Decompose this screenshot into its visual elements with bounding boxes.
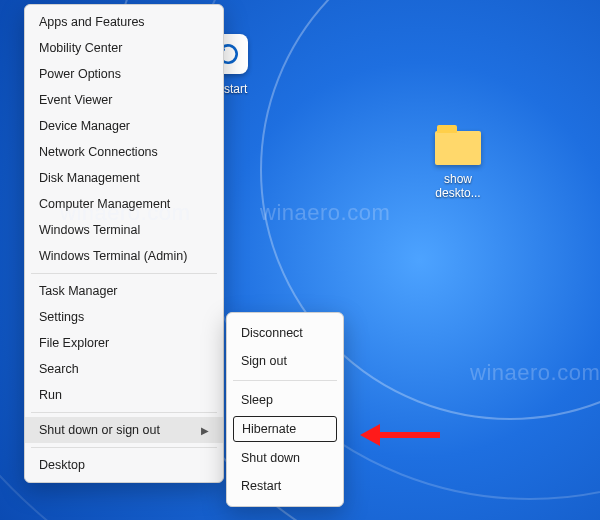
menu-separator xyxy=(31,412,217,413)
desktop[interactable]: winaero.com winaero.com winaero.com Rest… xyxy=(0,0,600,520)
menu-item-apps-and-features[interactable]: Apps and Features xyxy=(25,9,223,35)
menu-item-event-viewer[interactable]: Event Viewer xyxy=(25,87,223,113)
menu-item-run[interactable]: Run xyxy=(25,382,223,408)
power-submenu: Disconnect Sign out Sleep Hibernate Shut… xyxy=(226,312,344,507)
arrow-head-icon xyxy=(360,424,380,446)
menu-item-search[interactable]: Search xyxy=(25,356,223,382)
folder-icon xyxy=(434,120,482,168)
arrow-shaft xyxy=(380,432,440,438)
submenu-item-hibernate[interactable]: Hibernate xyxy=(233,416,337,442)
desktop-icon-label: show deskto... xyxy=(420,172,496,200)
winx-context-menu: Apps and Features Mobility Center Power … xyxy=(24,4,224,483)
desktop-icon-show-desktop-folder[interactable]: show deskto... xyxy=(420,120,496,200)
menu-item-windows-terminal[interactable]: Windows Terminal xyxy=(25,217,223,243)
menu-item-shut-down-or-sign-out[interactable]: Shut down or sign out ▶ xyxy=(25,417,223,443)
menu-item-disk-management[interactable]: Disk Management xyxy=(25,165,223,191)
menu-separator xyxy=(233,380,337,381)
menu-item-power-options[interactable]: Power Options xyxy=(25,61,223,87)
annotation-arrow xyxy=(360,424,440,446)
submenu-item-disconnect[interactable]: Disconnect xyxy=(227,319,343,347)
submenu-item-shut-down[interactable]: Shut down xyxy=(227,444,343,472)
menu-separator xyxy=(31,447,217,448)
menu-item-computer-management[interactable]: Computer Management xyxy=(25,191,223,217)
submenu-item-sleep[interactable]: Sleep xyxy=(227,386,343,414)
menu-item-mobility-center[interactable]: Mobility Center xyxy=(25,35,223,61)
menu-item-settings[interactable]: Settings xyxy=(25,304,223,330)
menu-item-label: Shut down or sign out xyxy=(39,423,160,437)
menu-item-file-explorer[interactable]: File Explorer xyxy=(25,330,223,356)
menu-separator xyxy=(31,273,217,274)
menu-item-task-manager[interactable]: Task Manager xyxy=(25,278,223,304)
chevron-right-icon: ▶ xyxy=(201,425,209,436)
menu-item-desktop[interactable]: Desktop xyxy=(25,452,223,478)
submenu-item-sign-out[interactable]: Sign out xyxy=(227,347,343,375)
menu-item-network-connections[interactable]: Network Connections xyxy=(25,139,223,165)
menu-item-windows-terminal-admin[interactable]: Windows Terminal (Admin) xyxy=(25,243,223,269)
menu-item-device-manager[interactable]: Device Manager xyxy=(25,113,223,139)
submenu-item-restart[interactable]: Restart xyxy=(227,472,343,500)
